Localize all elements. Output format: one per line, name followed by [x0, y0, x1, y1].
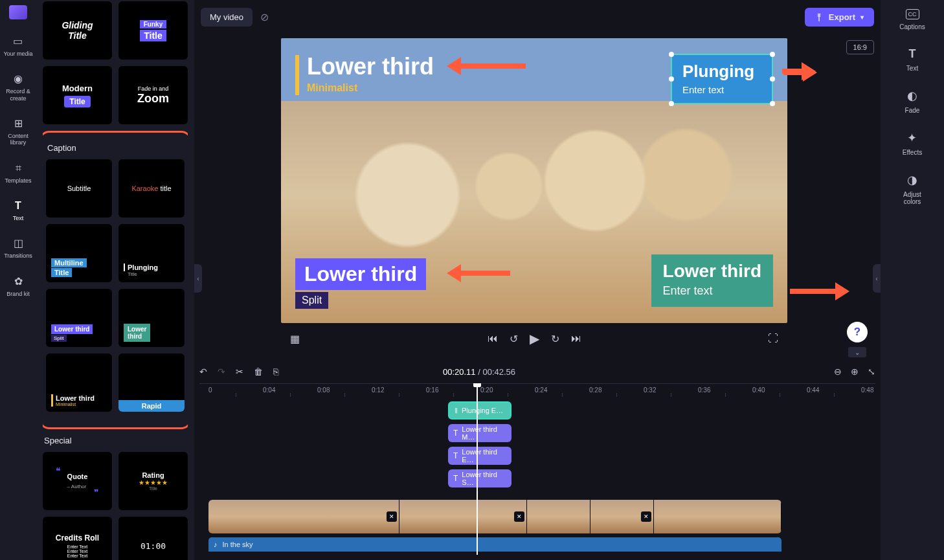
rail-text[interactable]: TText	[10, 197, 26, 224]
undo-icon[interactable]: ↶	[199, 366, 207, 377]
export-button[interactable]: ⭱ Export ▾	[805, 8, 874, 27]
text-icon: T	[12, 199, 25, 212]
effects-icon: ✦	[907, 131, 917, 145]
rrail-fade[interactable]: ◐Fade	[905, 89, 920, 114]
annotation-arrow	[782, 62, 816, 80]
text-templates-panel: GlidingTitle FunkyTitle ModernTitle Fade…	[36, 0, 194, 560]
collapse-panel-right-icon[interactable]: ‹	[873, 264, 881, 293]
overlay-lower-third-split-title[interactable]: Lower third	[295, 258, 426, 290]
tpl-lower-split[interactable]: Lower thirdSplit	[46, 289, 112, 347]
tpl-lower-min[interactable]: Lower thirdMinimalist	[46, 353, 112, 412]
project-title[interactable]: My video	[201, 8, 253, 27]
rewind-5-icon[interactable]: ↺	[510, 333, 518, 345]
tpl-rapid[interactable]: Rapid	[118, 353, 185, 412]
safe-zone-icon[interactable]: ▦	[290, 333, 300, 345]
rrail-captions[interactable]: CCCaptions	[899, 9, 925, 30]
tpl-fade-zoom[interactable]: Fade in andZoom	[118, 66, 188, 124]
fit-timeline-icon[interactable]: ⤡	[868, 366, 875, 377]
rail-label: Record & create	[6, 88, 30, 102]
duplicate-icon[interactable]: ⎘	[273, 366, 278, 377]
rail-label: Transitions	[4, 252, 32, 259]
collapse-preview-icon[interactable]: ⌄	[848, 347, 866, 357]
audio-clip-label: In the sky	[223, 541, 253, 548]
fullscreen-icon[interactable]: ⛶	[768, 333, 778, 344]
audio-track[interactable]: ♪ In the sky	[208, 537, 781, 552]
transitions-icon: ◫	[12, 237, 25, 250]
rail-brand-kit[interactable]: ✿Brand kit	[5, 273, 31, 300]
tpl-subtitle[interactable]: Subtitle	[46, 159, 112, 218]
tpl-countdown[interactable]: 01:00	[118, 517, 188, 560]
overlay-lower-third-minimalist[interactable]: Lower thirdMinimalist	[295, 55, 434, 95]
rail-templates[interactable]: ⌗Templates	[3, 159, 32, 186]
rrail-label: Text	[906, 65, 918, 72]
aspect-ratio-selector[interactable]: 16:9	[846, 40, 874, 54]
export-label: Export	[829, 12, 855, 22]
ruler-label: 0:44	[807, 386, 819, 394]
timeline-ruler[interactable]: 00:040:080:120:160:200:240:280:320:360:4…	[199, 383, 875, 398]
timeline-clip-clip-lt-e[interactable]: TLower third E…	[448, 447, 511, 465]
zoom-out-icon[interactable]: ⊖	[834, 366, 842, 377]
tpl-quote[interactable]: ❝Quote– Author❞	[43, 452, 112, 510]
rrail-label: Effects	[903, 149, 922, 156]
rail-label: Content library	[8, 133, 28, 146]
rail-record-create[interactable]: ◉Record & create	[5, 70, 32, 104]
rrail-label: Adjust colors	[903, 191, 921, 205]
camera-icon: ◉	[12, 73, 25, 85]
app-logo-icon	[9, 5, 27, 19]
library-icon: ⊞	[12, 117, 25, 130]
forward-5-icon[interactable]: ↻	[551, 333, 559, 345]
tpl-funky-title[interactable]: FunkyTitle	[118, 1, 188, 60]
tpl-karaoke[interactable]: Karaoke title	[118, 159, 185, 218]
left-rail: ▭Your media ◉Record & create ⊞Content li…	[0, 0, 36, 560]
timeline-clip-clip-lt-s[interactable]: TLower third S…	[448, 469, 511, 487]
overlay-lower-third-split-sub[interactable]: Split	[295, 292, 328, 309]
tpl-credits[interactable]: Credits RollEnter TextEnter TextEnter Te…	[43, 517, 112, 560]
timeline[interactable]: 00:040:080:120:160:200:240:280:320:360:4…	[199, 383, 875, 555]
overlay-lower-third-green[interactable]: Lower third Enter text	[651, 254, 773, 307]
annotation-arrow	[447, 57, 526, 75]
caption-section-header: Caption	[47, 143, 185, 153]
rail-your-media[interactable]: ▭Your media	[2, 32, 34, 60]
rail-label: Templates	[5, 177, 31, 184]
text-icon: T	[453, 429, 458, 438]
help-button[interactable]: ?	[847, 322, 868, 342]
text-icon: T	[453, 451, 458, 460]
media-icon: ▭	[12, 35, 25, 48]
tpl-lower-green[interactable]: Lowerthird	[118, 289, 185, 347]
tpl-modern-title[interactable]: ModernTitle	[43, 66, 112, 124]
tpl-multiline[interactable]: MultilineTitle	[46, 224, 112, 282]
playhead[interactable]	[477, 383, 478, 555]
rail-transitions[interactable]: ◫Transitions	[3, 234, 34, 262]
zoom-in-icon[interactable]: ⊕	[851, 366, 859, 377]
ruler-label: 0:20	[480, 386, 493, 394]
timeline-clip-clip-lt-m[interactable]: TLower third M…	[448, 424, 511, 442]
overlay-plunging-selected[interactable]: Plunging Enter text	[671, 54, 773, 104]
video-track[interactable]: ✕ ✕ ✕	[208, 500, 781, 533]
ruler-label: 0:04	[263, 386, 275, 394]
clip-label: Lower third E…	[462, 448, 506, 464]
tpl-rating[interactable]: Rating★★★★★Title	[118, 452, 188, 510]
chevron-down-icon: ▾	[860, 14, 864, 21]
text-icon: T	[909, 47, 916, 61]
tpl-gliding-title[interactable]: GlidingTitle	[43, 1, 112, 60]
rrail-label: Captions	[899, 23, 925, 30]
timeline-clip-clip-plunging[interactable]: ⦀Plunging E…	[448, 401, 511, 420]
delete-icon[interactable]: 🗑	[254, 366, 263, 377]
redo-icon[interactable]: ↷	[218, 366, 225, 377]
play-icon[interactable]: ▶	[530, 331, 539, 346]
skip-end-icon[interactable]: ⏭	[571, 333, 581, 344]
music-note-icon: ♪	[214, 541, 218, 548]
fade-icon: ◐	[907, 89, 917, 103]
rrail-text[interactable]: TText	[906, 47, 918, 72]
rail-label: Text	[13, 215, 24, 221]
tpl-plunging[interactable]: PlungingTitle	[118, 224, 185, 282]
rrail-effects[interactable]: ✦Effects	[903, 131, 922, 156]
rail-content-library[interactable]: ⊞Content library	[6, 115, 30, 149]
brand-icon: ✿	[12, 275, 25, 288]
clip-label: Lower third S…	[462, 471, 506, 486]
skip-start-icon[interactable]: ⏮	[488, 333, 498, 344]
clip-label: Plunging E…	[462, 407, 503, 414]
video-preview[interactable]: Lower thirdMinimalist Plunging Enter tex…	[281, 38, 787, 323]
split-icon[interactable]: ✂	[236, 366, 243, 377]
rrail-adjust-colors[interactable]: ◑Adjust colors	[903, 173, 921, 205]
